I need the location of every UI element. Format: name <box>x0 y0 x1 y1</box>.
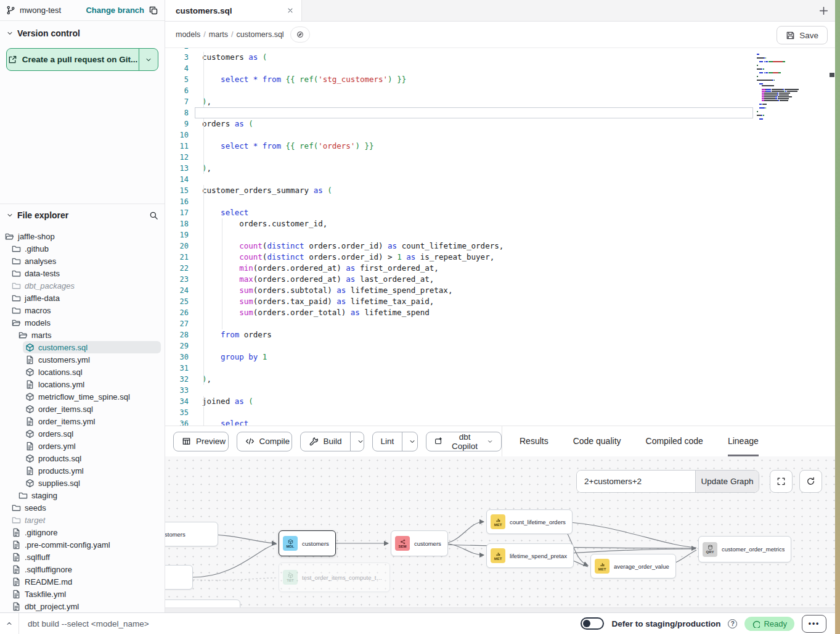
tree-item-data-tests[interactable]: data-tests <box>9 267 161 279</box>
tree-item-dbt-project-yml[interactable]: dbt_project.yml <box>9 600 161 612</box>
tree-item-jaffle-data[interactable]: jaffle-data <box>9 292 161 304</box>
code-line-8[interactable] <box>195 107 753 118</box>
status-badge[interactable]: Ready <box>744 617 794 631</box>
tree-item-order-items-sql[interactable]: order_items.sql <box>23 403 161 415</box>
code-line-9[interactable]: orders as ( <box>195 118 753 130</box>
code-line-24[interactable]: sum(orders.subtotal) as lifetime_spend_p… <box>195 285 753 296</box>
code-line-18[interactable]: orders.customer_id, <box>195 218 753 229</box>
code-line-25[interactable]: sum(orders.tax_paid) as lifetime_tax_pai… <box>195 296 753 307</box>
code-area[interactable]: customers as ( select * from {{ ref('stg… <box>195 48 753 426</box>
search-icon[interactable] <box>149 211 158 220</box>
panel-tab-results[interactable]: Results <box>520 426 548 456</box>
lineage-hscrollbar[interactable] <box>165 607 840 612</box>
command-input[interactable]: dbt build --select <model_name> <box>28 619 149 628</box>
collapse-panel-button[interactable] <box>0 620 18 627</box>
code-line-22[interactable]: min(orders.ordered_at) as first_ordered_… <box>195 263 753 274</box>
tree-item--github[interactable]: .github <box>9 242 161 255</box>
code-line-27[interactable] <box>195 318 753 329</box>
code-line-16[interactable] <box>195 196 753 207</box>
tree-item-taskfile-yml[interactable]: Taskfile.yml <box>9 588 161 600</box>
tree-item-metricflow-time-spine-sql[interactable]: metricflow_time_spine.sql <box>23 390 161 403</box>
code-line-7[interactable]: ), <box>195 96 753 107</box>
code-line-26[interactable]: sum(orders.order_total) as lifetime_spen… <box>195 307 753 318</box>
create-pr-button[interactable]: Create a pull request on Git... <box>6 48 158 71</box>
tree-item-staging[interactable]: staging <box>16 489 161 501</box>
help-icon[interactable]: ? <box>728 619 737 628</box>
lineage-node-average_order_value[interactable]: METaverage_order_value <box>590 554 676 578</box>
ide-action-button[interactable] <box>290 27 310 43</box>
lineage-node-stg_customers[interactable]: stg_customers <box>165 522 218 546</box>
close-tab-icon[interactable] <box>287 7 294 14</box>
tree-item-target[interactable]: target <box>9 514 161 526</box>
tree-item--pre-commit-config-yaml[interactable]: .pre-commit-config.yaml <box>9 538 161 551</box>
tree-item-products-yml[interactable]: products.yml <box>23 464 161 477</box>
code-line-19[interactable] <box>195 229 753 241</box>
tree-item-customers-sql[interactable]: customers.sql <box>23 341 161 353</box>
breadcrumb-models[interactable]: models <box>176 30 200 39</box>
save-button[interactable]: Save <box>777 26 828 44</box>
panel-tab-lineage[interactable]: Lineage <box>728 426 759 456</box>
build-button[interactable]: Build <box>300 432 364 451</box>
code-line-17[interactable]: select <box>195 207 753 218</box>
build-dropdown[interactable] <box>350 432 364 451</box>
update-graph-button[interactable]: Update Graph <box>695 471 759 492</box>
panel-tab-compiled-code[interactable]: Compiled code <box>646 426 703 456</box>
lineage-node-test-order-items[interactable]: TSTtest_order_items_compute_to_bools... <box>279 562 390 592</box>
tree-item-customers-yml[interactable]: customers.yml <box>23 353 161 366</box>
tree-item-marts[interactable]: marts <box>16 329 161 341</box>
code-line-30[interactable]: group by 1 <box>195 352 753 363</box>
code-line-33[interactable] <box>195 385 753 396</box>
code-line-6[interactable] <box>195 85 753 96</box>
code-line-34[interactable]: joined as ( <box>195 396 753 407</box>
code-line-10[interactable] <box>195 130 753 141</box>
breadcrumb-marts[interactable]: marts <box>209 30 228 39</box>
tree-item-analyses[interactable]: analyses <box>9 255 161 267</box>
code-line-4[interactable] <box>195 63 753 74</box>
lineage-node-customer_order_metrics[interactable]: QRYcustomer_order_metrics <box>698 536 791 562</box>
tree-item-models[interactable]: models <box>9 316 161 329</box>
compile-button[interactable]: Compile <box>237 432 293 451</box>
refresh-graph-button[interactable] <box>799 470 822 493</box>
tree-item-dbt-packages[interactable]: dbt_packages <box>9 279 161 292</box>
dbt-copilot-button[interactable]: dbt Copilot <box>426 432 502 451</box>
tree-item-orders-sql[interactable]: orders.sql <box>23 427 161 440</box>
code-line-28[interactable]: from orders <box>195 329 753 340</box>
tree-item-products-sql[interactable]: products.sql <box>23 452 161 464</box>
code-line-5[interactable]: select * from {{ ref('stg_customers') }} <box>195 74 753 85</box>
tree-item--gitignore[interactable]: .gitignore <box>9 526 161 538</box>
tab-customers-sql[interactable]: customers.sql <box>165 0 302 21</box>
defer-toggle[interactable] <box>581 617 604 630</box>
copy-icon[interactable] <box>149 6 158 15</box>
code-line-12[interactable] <box>195 152 753 163</box>
new-tab-button[interactable] <box>818 0 829 21</box>
lint-dropdown[interactable] <box>402 432 418 451</box>
scrollbar-thumb[interactable] <box>830 73 834 77</box>
code-line-32[interactable]: ), <box>195 374 753 385</box>
lineage-node-lifetime_spend_pretax[interactable]: METlifetime_spend_pretax <box>486 543 574 568</box>
code-line-29[interactable] <box>195 340 753 352</box>
more-options-button[interactable]: ••• <box>802 615 826 633</box>
change-branch-link[interactable]: Change branch <box>86 6 144 15</box>
code-line-21[interactable]: count(distinct orders.order_id) > 1 as i… <box>195 252 753 263</box>
code-line-13[interactable]: ), <box>195 163 753 174</box>
code-line-14[interactable] <box>195 174 753 185</box>
lineage-canvas[interactable]: stg_customersordersMDLcustomersTSTtest_o… <box>165 456 840 612</box>
create-pr-caret[interactable] <box>139 49 158 70</box>
tree-item-order-items-yml[interactable]: order_items.yml <box>23 415 161 427</box>
code-line-35[interactable] <box>195 407 753 418</box>
code-line-11[interactable]: select * from {{ ref('orders') }} <box>195 141 753 152</box>
tree-item-orders-yml[interactable]: orders.yml <box>23 440 161 452</box>
code-line-15[interactable]: customer_orders_summary as ( <box>195 185 753 196</box>
lineage-node-customers-model[interactable]: MDLcustomers <box>279 530 336 556</box>
tree-item-locations-yml[interactable]: locations.yml <box>23 378 161 390</box>
minimap[interactable] <box>757 53 809 120</box>
version-control-header[interactable]: Version control <box>6 28 158 38</box>
code-editor[interactable]: 2345678910111213141516171819202122232425… <box>165 48 840 426</box>
tree-item-seeds[interactable]: seeds <box>9 501 161 514</box>
tree-item-readme-md[interactable]: README.md <box>9 575 161 588</box>
lineage-node-count_lifetime_orders[interactable]: METcount_lifetime_orders <box>486 509 573 534</box>
fullscreen-button[interactable] <box>770 470 793 493</box>
lineage-selector-input[interactable] <box>577 471 695 492</box>
code-line-36[interactable]: select <box>195 418 753 426</box>
tree-item-locations-sql[interactable]: locations.sql <box>23 366 161 378</box>
